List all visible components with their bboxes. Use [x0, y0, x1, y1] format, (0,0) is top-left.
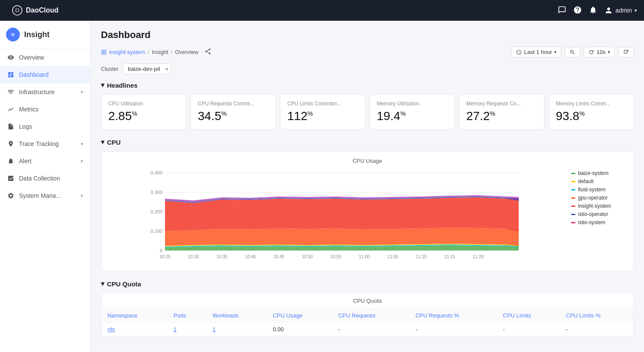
cell-0-0[interactable]: nfs	[101, 323, 167, 336]
cpu-quota-section-header[interactable]: ▾ CPU Quota	[101, 280, 634, 288]
legend-dot-3	[571, 197, 575, 199]
display-btn[interactable]	[618, 47, 634, 57]
cell-0-7: -	[560, 323, 633, 336]
headlines-section-header[interactable]: ▾ Headlines	[101, 81, 634, 89]
cpu-chevron-icon: ▾	[101, 138, 104, 146]
svg-text:10:30: 10:30	[188, 254, 199, 259]
cell-0-2[interactable]: 1	[206, 323, 267, 336]
sidebar-brand-label: Insight	[24, 30, 50, 39]
cell-0-5: -	[409, 323, 497, 336]
svg-marker-20	[165, 228, 519, 246]
legend-dot-1	[571, 181, 575, 182]
legend-label-6: istio-system	[578, 219, 605, 225]
sidebar-item-label-metrics: Metrics	[19, 106, 38, 113]
svg-text:10:50: 10:50	[302, 254, 313, 259]
col-header-4: CPU Requests	[332, 309, 409, 323]
logs-icon	[7, 123, 15, 130]
sidebar: Insight Overview Dashboard Infrastructur…	[0, 21, 91, 352]
grid-icon: ⊞	[101, 48, 107, 56]
svg-text:10:45: 10:45	[273, 254, 284, 259]
sidebar-item-logs[interactable]: Logs	[0, 118, 90, 135]
svg-text:10:25: 10:25	[160, 254, 170, 259]
stat-card-value-2: 112%	[287, 109, 358, 123]
share-icon[interactable]	[204, 48, 211, 56]
sidebar-item-label-trace: Trace Tracking	[19, 140, 59, 147]
cpu-quota-table-container: CPU Quota NamespacePodsWorkloadsCPU Usag…	[101, 293, 634, 336]
sidebar-item-label-system: System Mana...	[19, 192, 61, 199]
stat-card-label-0: CPU Utilisation	[108, 101, 179, 107]
sidebar-item-overview[interactable]: Overview	[0, 49, 90, 66]
cpu-chart-svg-wrap: 0.400 0.300 0.200 0.100 0	[107, 168, 568, 265]
cpu-section-header[interactable]: ▾ CPU	[101, 138, 634, 146]
col-header-2: Workloads	[206, 309, 267, 323]
legend-item-0: baize-system	[571, 170, 627, 176]
cpu-quota-label: CPU Quota	[107, 280, 141, 288]
sidebar-item-metrics[interactable]: Metrics	[0, 101, 90, 118]
refresh-btn[interactable]: 10s ▾	[584, 47, 615, 57]
breadcrumb-sep-2: /	[171, 49, 173, 55]
legend-dot-4	[571, 206, 575, 207]
cpu-quota-chevron-icon: ▾	[101, 280, 104, 288]
stat-card-5: Memory Limits Comm... 93.8%	[549, 94, 634, 130]
sidebar-item-label-logs: Logs	[19, 123, 32, 130]
col-header-5: CPU Requests %	[409, 309, 497, 323]
sidebar-item-alert[interactable]: Alert ▾	[0, 152, 90, 170]
stat-card-value-1: 34.5%	[198, 109, 269, 123]
sidebar-item-data-collection[interactable]: Data Collection	[0, 170, 90, 187]
trace-chevron-icon: ▾	[81, 141, 83, 147]
cell-0-1[interactable]: 1	[167, 323, 207, 336]
legend-dot-0	[571, 173, 575, 174]
stat-card-4: Memory Requests Co... 27.2%	[459, 94, 544, 130]
refresh-chevron-icon: ▾	[608, 50, 610, 54]
time-range-chevron-icon: ▾	[554, 50, 556, 54]
data-icon	[7, 174, 15, 182]
table-header-row: NamespacePodsWorkloadsCPU UsageCPU Reque…	[101, 309, 633, 323]
cpu-chart-container: CPU Usage 0.400 0.300	[101, 151, 634, 271]
sidebar-item-label-data-collection: Data Collection	[19, 175, 60, 182]
headlines-label: Headlines	[107, 82, 138, 89]
table-body: nfs110.00----	[101, 323, 633, 336]
dashboard-icon	[7, 71, 15, 79]
help-icon[interactable]	[573, 6, 582, 16]
stat-card-label-2: CPU Limits Commitm...	[287, 101, 358, 107]
stat-card-value-0: 2.85%	[108, 109, 179, 123]
time-range-btn[interactable]: Last 1 hour ▾	[511, 47, 561, 57]
sidebar-item-infrastructure[interactable]: Infrastructure ▾	[0, 83, 90, 101]
table-header: NamespacePodsWorkloadsCPU UsageCPU Reque…	[101, 309, 633, 323]
table-row-0: nfs110.00----	[101, 323, 633, 336]
bell-icon[interactable]	[589, 6, 597, 16]
chat-icon[interactable]	[558, 6, 566, 16]
sidebar-item-system-mana[interactable]: System Mana... ▾	[0, 187, 90, 204]
user-menu[interactable]: admin ▾	[604, 6, 637, 15]
cluster-select-wrap: baize-dev-p4	[123, 63, 171, 74]
breadcrumb-bar: ⊞ insight-system / Insight / Overview La…	[101, 47, 634, 57]
zoom-out-btn[interactable]	[565, 47, 580, 57]
cluster-select[interactable]: baize-dev-p4	[123, 63, 171, 74]
sidebar-item-trace-tracking[interactable]: Trace Tracking ▾	[0, 135, 90, 152]
svg-text:0.400: 0.400	[151, 170, 163, 175]
cpu-label: CPU	[107, 139, 121, 146]
page-title: Dashboard	[101, 29, 634, 41]
topnav-right: admin ▾	[558, 6, 637, 16]
svg-point-6	[12, 34, 14, 35]
sidebar-item-label-infrastructure: Infrastructure	[19, 89, 54, 95]
sidebar-item-dashboard[interactable]: Dashboard	[0, 66, 90, 83]
stat-card-label-3: Memory Utilisation	[377, 101, 448, 107]
cluster-row: Cluster baize-dev-p4	[101, 63, 634, 74]
breadcrumb-part-2: Insight	[152, 49, 168, 55]
cluster-label: Cluster	[101, 66, 119, 72]
svg-text:11:20: 11:20	[473, 254, 484, 259]
sidebar-brand: Insight	[0, 21, 90, 49]
app-logo: DaoCloud	[12, 5, 59, 16]
cpu-chart-title: CPU Usage	[107, 158, 627, 164]
alert-icon	[7, 157, 15, 165]
svg-text:0.100: 0.100	[151, 228, 163, 234]
col-header-6: CPU Limits	[497, 309, 560, 323]
infra-icon	[7, 88, 15, 96]
legend-item-2: fluid-system	[571, 187, 627, 193]
cell-0-3: 0.00	[267, 323, 332, 336]
trace-icon	[7, 140, 15, 148]
svg-text:10:35: 10:35	[217, 254, 227, 259]
cpu-quota-table-title: CPU Quota	[101, 293, 633, 309]
time-range-label: Last 1 hour	[524, 49, 552, 55]
